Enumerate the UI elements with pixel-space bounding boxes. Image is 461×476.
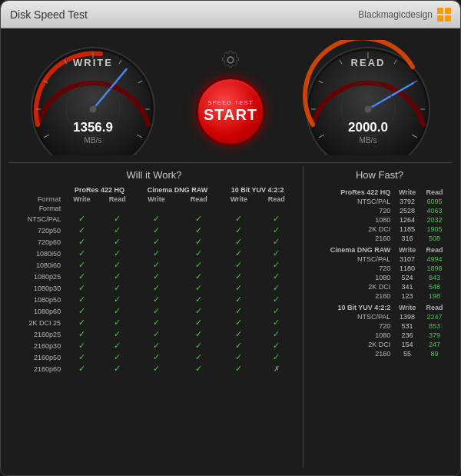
read-value-cell: 853 bbox=[421, 321, 448, 331]
read-gauge-label: READ bbox=[299, 57, 437, 68]
format-subheader: Format bbox=[13, 195, 64, 204]
check-icon: ✓ bbox=[78, 283, 85, 292]
fast-format-cell: 1080 bbox=[311, 215, 393, 225]
check-cell: ✓ bbox=[100, 225, 135, 236]
fast-format-cell: 720 bbox=[311, 321, 393, 331]
check-icon: ✓ bbox=[273, 237, 280, 246]
check-cell: ✓ bbox=[64, 305, 100, 317]
check-icon: ✓ bbox=[273, 248, 280, 258]
brand-name: Blackmagicdesign bbox=[358, 9, 433, 20]
fast-table-row: 1080524843 bbox=[311, 273, 448, 282]
write-value-cell: 524 bbox=[393, 273, 421, 282]
start-button-top-label: SPEED TEST bbox=[207, 99, 254, 106]
check-icon: ✓ bbox=[235, 306, 242, 315]
check-cell: ✓ bbox=[135, 225, 178, 236]
check-cell: ✓ bbox=[64, 248, 100, 259]
check-icon: ✓ bbox=[114, 306, 121, 315]
how-fast-section: How Fast? ProRes 422 HQWriteReadNTSC/PAL… bbox=[307, 166, 453, 468]
check-icon: ✓ bbox=[114, 283, 121, 292]
fast-table-row: 72025284063 bbox=[311, 206, 448, 215]
fast-table-row: 2K DCI341548 bbox=[311, 282, 448, 291]
check-icon: ✓ bbox=[195, 295, 202, 304]
check-icon: ✓ bbox=[114, 329, 121, 338]
check-cell: ✓ bbox=[135, 213, 178, 225]
check-icon: ✓ bbox=[153, 318, 160, 327]
table-row: 1080p30✓✓✓✓✓✓ bbox=[13, 282, 295, 294]
read-col-3: Read bbox=[257, 195, 295, 204]
fast-table-row: NTSC/PAL13982247 bbox=[311, 312, 448, 321]
fast-format-cell: 2K DCI bbox=[311, 225, 393, 234]
table-row: 2K DCI 25✓✓✓✓✓✓ bbox=[13, 317, 295, 328]
check-icon: ✓ bbox=[195, 352, 202, 361]
read-col-1: Read bbox=[100, 195, 135, 204]
check-cell: ✓ bbox=[220, 248, 257, 259]
check-cell: ✓ bbox=[64, 363, 100, 374]
fast-format-cell: 720 bbox=[311, 206, 393, 215]
check-icon: ✓ bbox=[153, 237, 160, 246]
check-icon: ✓ bbox=[78, 329, 85, 338]
check-cell: ✓ bbox=[220, 271, 257, 282]
section-name: 10 Bit YUV 4:2:2 bbox=[311, 301, 393, 312]
fast-table-row: 21605589 bbox=[311, 349, 448, 358]
start-button[interactable]: SPEED TEST START bbox=[196, 77, 265, 146]
check-cell: ✓ bbox=[100, 248, 135, 259]
check-cell: ✓ bbox=[100, 259, 135, 271]
check-icon: ✓ bbox=[195, 260, 202, 269]
read-value-cell: 1896 bbox=[421, 264, 448, 273]
table-row: 2160p60✓✓✓✓✓✗ bbox=[13, 363, 295, 374]
write-value-cell: 1398 bbox=[393, 312, 421, 321]
check-cell: ✓ bbox=[257, 282, 295, 294]
fast-table-row: 72011801896 bbox=[311, 264, 448, 273]
table-row: NTSC/PAL✓✓✓✓✓✓ bbox=[13, 213, 295, 225]
format-cell: 2160p30 bbox=[13, 340, 64, 351]
check-cell: ✓ bbox=[220, 363, 257, 374]
format-cell: 1080p30 bbox=[13, 282, 64, 294]
write-value-cell: 341 bbox=[393, 282, 421, 291]
check-icon: ✓ bbox=[235, 214, 242, 223]
check-cell: ✓ bbox=[220, 294, 257, 305]
check-cell: ✓ bbox=[220, 236, 257, 248]
read-header: Read bbox=[421, 243, 448, 255]
check-icon: ✓ bbox=[153, 352, 160, 361]
check-icon: ✓ bbox=[114, 295, 121, 304]
check-cell: ✓ bbox=[135, 351, 178, 363]
check-icon: ✓ bbox=[114, 364, 121, 373]
check-icon: ✓ bbox=[195, 237, 202, 246]
check-icon: ✓ bbox=[114, 237, 121, 246]
check-cell: ✓ bbox=[177, 294, 220, 305]
check-cell: ✓ bbox=[135, 305, 178, 317]
check-icon: ✓ bbox=[235, 271, 242, 281]
vertical-divider bbox=[303, 166, 303, 468]
write-col-1: Write bbox=[64, 195, 100, 204]
format-cell: 1080p50 bbox=[13, 294, 64, 305]
check-cell: ✓ bbox=[257, 328, 295, 340]
check-cell: ✓ bbox=[64, 294, 100, 305]
check-icon: ✓ bbox=[273, 329, 280, 338]
check-cell: ✓ bbox=[100, 282, 135, 294]
check-cell: ✓ bbox=[220, 259, 257, 271]
read-gauge: READ 2000.0 MB/s bbox=[299, 40, 437, 155]
check-cell: ✓ bbox=[257, 248, 295, 259]
write-header: Write bbox=[393, 185, 421, 197]
check-icon: ✓ bbox=[273, 306, 280, 315]
section-name: Cinema DNG RAW bbox=[311, 243, 393, 255]
check-cell: ✓ bbox=[257, 259, 295, 271]
check-cell: ✓ bbox=[220, 340, 257, 351]
fast-table-row: 2160123198 bbox=[311, 291, 448, 301]
fast-format-cell: NTSC/PAL bbox=[311, 197, 393, 206]
check-icon: ✓ bbox=[78, 364, 85, 373]
format-cell: 2160p60 bbox=[13, 363, 64, 374]
fast-format-cell: 2K DCI bbox=[311, 340, 393, 349]
write-value-cell: 3107 bbox=[393, 255, 421, 264]
check-icon: ✓ bbox=[78, 237, 85, 246]
check-icon: ✓ bbox=[235, 364, 242, 373]
check-cell: ✓ bbox=[100, 305, 135, 317]
check-icon: ✓ bbox=[114, 260, 121, 269]
format-cell: 2160p25 bbox=[13, 328, 64, 340]
check-cell: ✓ bbox=[135, 294, 178, 305]
check-icon: ✓ bbox=[195, 214, 202, 223]
check-cell: ✓ bbox=[177, 213, 220, 225]
read-value-cell: 4063 bbox=[421, 206, 448, 215]
check-icon: ✓ bbox=[153, 364, 160, 373]
read-value-cell: 4994 bbox=[421, 255, 448, 264]
